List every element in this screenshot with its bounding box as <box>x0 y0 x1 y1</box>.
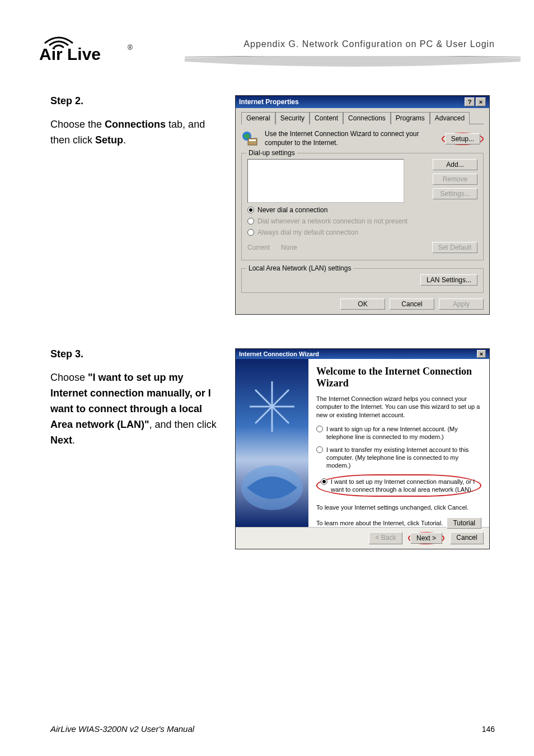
setup-button[interactable]: Setup... <box>445 133 480 144</box>
set-default-button[interactable]: Set Default <box>432 242 477 253</box>
step3-block: Step 3. Choose "I want to set up my Inte… <box>50 348 495 549</box>
next-highlight: Next > <box>408 532 444 544</box>
radio-dialwhen-label: Dial whenever a network connection is no… <box>257 217 407 225</box>
current-value: None <box>281 244 421 251</box>
leave-text: To leave your Internet settings unchange… <box>316 503 481 512</box>
lan-settings-button[interactable]: LAN Settings... <box>420 274 477 286</box>
svg-rect-4 <box>249 139 256 141</box>
svg-text:Air Live: Air Live <box>39 45 101 63</box>
dialog-titlebar: Internet Connection Wizard × <box>236 349 489 359</box>
radio-icon <box>316 426 323 432</box>
step3-title: Step 3. <box>50 348 218 360</box>
remove-button[interactable]: Remove <box>433 174 477 185</box>
back-button[interactable]: < Back <box>369 532 402 544</box>
setup-highlight: Setup... <box>442 133 484 145</box>
radio-never-label: Never dial a connection <box>257 206 327 214</box>
lan-group-label: Local Area Network (LAN) settings <box>246 264 353 272</box>
radio-icon <box>247 207 254 213</box>
tutorial-button[interactable]: Tutorial <box>447 517 481 529</box>
step2-paragraph: Choose the Connections tab, and then cli… <box>50 117 218 148</box>
radio-always-label: Always dial my default connection <box>257 228 358 236</box>
dialog-title: Internet Properties <box>239 98 299 106</box>
dialup-listbox[interactable] <box>247 159 404 203</box>
tab-general[interactable]: General <box>241 112 275 124</box>
wizard-option-signup[interactable]: I want to sign up for a new Internet acc… <box>316 425 481 441</box>
radio-icon <box>316 446 323 453</box>
tab-connections[interactable]: Connections <box>343 112 391 124</box>
radio-icon <box>247 229 254 236</box>
ok-button[interactable]: OK <box>340 298 385 310</box>
apply-button[interactable]: Apply <box>439 298 484 310</box>
wizard-description: Use the Internet Connection Wizard to co… <box>265 130 436 147</box>
cancel-button[interactable]: Cancel <box>390 298 434 310</box>
airlive-logo: Air Live ® <box>39 31 146 66</box>
wizard-intro: The Internet Connection wizard helps you… <box>316 395 481 420</box>
tab-content[interactable]: Content <box>310 112 343 124</box>
radio-dial-whenever[interactable]: Dial whenever a network connection is no… <box>247 217 477 225</box>
close-button[interactable]: × <box>477 350 486 358</box>
dialup-group-label: Dial-up settings <box>246 149 297 157</box>
tab-strip: General Security Content Connections Pro… <box>241 111 484 124</box>
next-button[interactable]: Next > <box>410 533 442 544</box>
option-manual-label: I want to set up my Internet connection … <box>331 478 477 494</box>
add-button[interactable]: Add... <box>433 159 477 170</box>
radio-icon <box>247 218 254 225</box>
dialog-titlebar: Internet Properties ? × <box>236 96 489 108</box>
current-label: Current <box>247 244 270 251</box>
step3-paragraph: Choose "I want to set up my Internet con… <box>50 370 218 448</box>
step2-block: Step 2. Choose the Connections tab, and … <box>50 95 495 315</box>
radio-icon <box>321 478 327 485</box>
dialup-group: Dial-up settings Add... Remove Settings.… <box>241 153 484 260</box>
footer-manual-name: AirLive WIAS-3200N v2 User's Manual <box>50 724 194 734</box>
wizard-option-transfer[interactable]: I want to transfer my existing Internet … <box>316 446 481 470</box>
globe-wizard-icon <box>241 130 259 147</box>
internet-connection-wizard-dialog: Internet Connection Wizard × <box>235 348 490 549</box>
header-caption: Appendix G. Network Configuration on PC … <box>243 39 495 49</box>
step2-title: Step 2. <box>50 95 218 107</box>
close-button[interactable]: × <box>476 97 486 106</box>
settings-button[interactable]: Settings... <box>433 188 477 199</box>
wizard-option-manual[interactable]: I want to set up my Internet connection … <box>316 474 481 497</box>
wizard-artwork-icon <box>236 359 308 527</box>
cancel-button[interactable]: Cancel <box>450 532 484 544</box>
tab-security[interactable]: Security <box>275 112 310 124</box>
radio-never-dial[interactable]: Never dial a connection <box>247 206 477 214</box>
dialog-title: Internet Connection Wizard <box>239 351 319 357</box>
page-footer: AirLive WIAS-3200N v2 User's Manual 146 <box>50 724 495 734</box>
internet-properties-dialog: Internet Properties ? × General Security… <box>235 95 490 315</box>
tab-programs[interactable]: Programs <box>391 112 430 124</box>
radio-always-dial[interactable]: Always dial my default connection <box>247 228 477 236</box>
tab-advanced[interactable]: Advanced <box>430 112 470 124</box>
option-signup-label: I want to sign up for a new Internet acc… <box>326 425 481 441</box>
svg-rect-3 <box>248 138 257 145</box>
wizard-sidebar <box>236 359 308 527</box>
lan-group: Local Area Network (LAN) settings LAN Se… <box>241 268 484 293</box>
footer-page-number: 146 <box>482 725 495 734</box>
learn-text: To learn more about the Internet, click … <box>316 520 443 526</box>
header-divider <box>185 56 521 72</box>
page-header: Air Live ® Appendix G. Network Configura… <box>39 25 495 64</box>
option-transfer-label: I want to transfer my existing Internet … <box>326 446 481 470</box>
svg-text:®: ® <box>128 44 133 52</box>
wizard-heading: Welcome to the Internet Connection Wizar… <box>316 366 481 389</box>
help-button[interactable]: ? <box>465 97 475 106</box>
